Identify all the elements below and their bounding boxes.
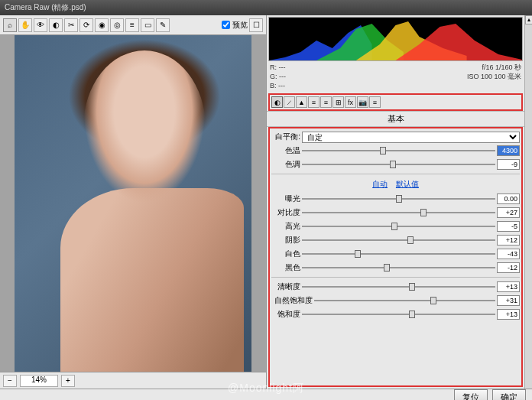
zoom-out-icon[interactable]: − <box>3 375 17 387</box>
black-value[interactable]: -12 <box>497 262 520 273</box>
preview-checkbox[interactable]: 预览 <box>222 20 248 31</box>
redeye-tool-icon[interactable]: ◎ <box>110 18 124 32</box>
histogram <box>268 17 523 61</box>
clarity-value[interactable]: +13 <box>497 281 520 292</box>
shadow-value[interactable]: +12 <box>497 235 520 246</box>
tint-slider[interactable] <box>302 161 495 168</box>
auto-link[interactable]: 自动 <box>372 180 388 188</box>
tab-detail[interactable]: ▲ <box>296 96 307 108</box>
panel-scrollbar[interactable]: ▴ <box>524 15 532 389</box>
vibrance-value[interactable]: +31 <box>497 295 520 306</box>
scroll-up-icon[interactable]: ▴ <box>525 15 532 24</box>
preview-check-input[interactable] <box>222 21 230 29</box>
tab-split[interactable]: ≡ <box>320 96 332 108</box>
temp-label: 色温 <box>271 145 300 156</box>
tab-basic[interactable]: ◐ <box>271 96 283 108</box>
clarity-slider[interactable] <box>302 283 495 291</box>
white-label: 白色 <box>271 249 300 259</box>
contrast-slider[interactable] <box>302 209 495 216</box>
temp-slider[interactable] <box>302 147 495 154</box>
brush-tool-icon[interactable]: ✎ <box>156 18 170 32</box>
wb-label: 白平衡: <box>271 132 300 142</box>
tab-camera[interactable]: 📷 <box>357 96 368 108</box>
crop-tool-icon[interactable]: ✂ <box>64 18 78 32</box>
footer: 复位 确定 <box>0 389 532 400</box>
preview-label: 预览 <box>232 20 248 31</box>
tab-lens[interactable]: ⊞ <box>332 96 344 108</box>
clarity-label: 清晰度 <box>271 281 300 292</box>
white-slider[interactable] <box>302 250 495 258</box>
shadow-slider[interactable] <box>302 236 495 244</box>
title-bar: Camera Raw (精修.psd) <box>0 0 532 15</box>
hand-tool-icon[interactable]: ✋ <box>18 18 32 32</box>
ok-button[interactable]: 确定 <box>492 389 526 400</box>
tint-value[interactable]: -9 <box>497 159 520 170</box>
sat-label: 饱和度 <box>271 309 300 320</box>
color-sampler-icon[interactable]: ◐ <box>49 18 63 32</box>
expo-label: 曝光 <box>271 193 300 204</box>
toolbar: ⌕ ✋ 👁 ◐ ✂ ⟳ ◉ ◎ ≡ ▭ ✎ 预览 ☐ <box>0 15 266 35</box>
zoom-tool-icon[interactable]: ⌕ <box>3 18 17 32</box>
preview-image <box>15 35 251 372</box>
adjust-tool-icon[interactable]: ≡ <box>125 18 139 32</box>
contrast-label: 对比度 <box>271 207 300 218</box>
image-canvas[interactable] <box>0 35 266 372</box>
vibrance-slider[interactable] <box>314 297 495 304</box>
fullscreen-icon[interactable]: ☐ <box>249 18 263 32</box>
tint-label: 色调 <box>271 159 300 170</box>
basic-panel: 白平衡: 自定 色温 4300 色调 -9 自动 默认值 <box>268 127 523 387</box>
tab-fx[interactable]: fx <box>345 96 356 108</box>
exif-info: R: ---f/16 1/160 秒 G: ---ISO 100 100 毫米 … <box>267 61 524 92</box>
vibrance-label: 自然饱和度 <box>271 295 313 306</box>
panel-title: 基本 <box>267 111 524 127</box>
grad-tool-icon[interactable]: ▭ <box>141 18 154 32</box>
panel-tabs: ◐ ⟋ ▲ ≡ ≡ ⊞ fx 📷 ≡ <box>268 93 523 111</box>
wb-tool-icon[interactable]: 👁 <box>34 18 47 32</box>
expo-value[interactable]: 0.00 <box>497 193 520 204</box>
wb-select[interactable]: 自定 <box>302 132 520 143</box>
zoom-level[interactable]: 14% <box>20 375 58 387</box>
spot-tool-icon[interactable]: ◉ <box>95 18 109 32</box>
white-value[interactable]: -43 <box>497 249 520 259</box>
straighten-tool-icon[interactable]: ⟳ <box>79 18 93 32</box>
tab-curve[interactable]: ⟋ <box>284 96 295 108</box>
tab-hsl[interactable]: ≡ <box>308 96 320 108</box>
temp-value[interactable]: 4300 <box>497 145 520 156</box>
tab-preset[interactable]: ≡ <box>369 96 381 108</box>
black-slider[interactable] <box>302 264 495 272</box>
high-label: 高光 <box>271 221 300 232</box>
zoom-in-icon[interactable]: + <box>61 375 75 387</box>
contrast-value[interactable]: +27 <box>497 207 520 218</box>
high-value[interactable]: -5 <box>497 221 520 232</box>
default-link[interactable]: 默认值 <box>396 180 419 188</box>
high-slider[interactable] <box>302 223 495 230</box>
expo-slider[interactable] <box>302 195 495 203</box>
reset-button[interactable]: 复位 <box>454 389 488 400</box>
sat-value[interactable]: +13 <box>497 309 520 320</box>
shadow-label: 阴影 <box>271 235 300 246</box>
sat-slider[interactable] <box>302 311 495 318</box>
status-bar: − 14% + <box>0 372 266 389</box>
black-label: 黑色 <box>271 262 300 273</box>
